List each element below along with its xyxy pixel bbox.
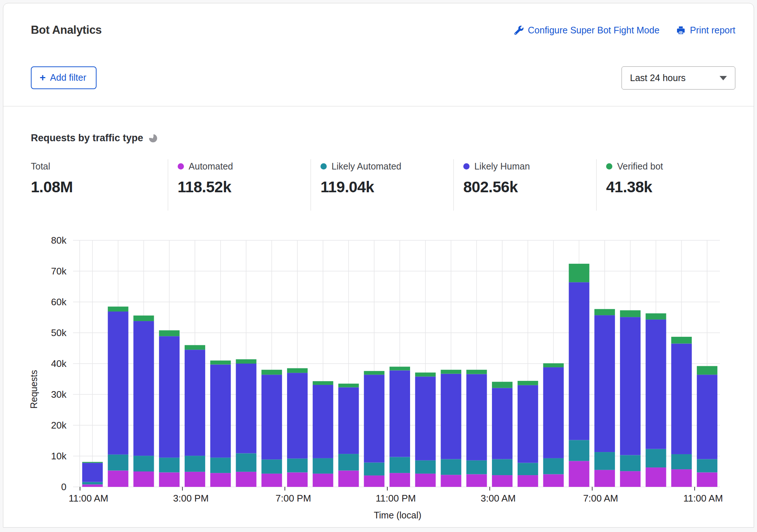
bar-19-likely-human[interactable] bbox=[569, 282, 589, 440]
bar-21-verified-bot[interactable] bbox=[620, 310, 641, 317]
bar-14-likely-human[interactable] bbox=[441, 374, 461, 459]
bar-6-automated[interactable] bbox=[236, 472, 256, 487]
bar-8-automated[interactable] bbox=[287, 473, 308, 487]
bar-0-likely-human[interactable] bbox=[82, 463, 103, 482]
bar-2-automated[interactable] bbox=[133, 471, 154, 487]
bar-12-verified-bot[interactable] bbox=[390, 367, 410, 370]
bar-22-likely-human[interactable] bbox=[646, 320, 666, 449]
bar-11-verified-bot[interactable] bbox=[364, 371, 384, 375]
bar-2-likely-automated[interactable] bbox=[133, 456, 154, 471]
bar-12-likely-automated[interactable] bbox=[390, 457, 410, 473]
bar-5-verified-bot[interactable] bbox=[210, 361, 231, 365]
bar-24-likely-human[interactable] bbox=[697, 375, 717, 459]
bar-14-verified-bot[interactable] bbox=[441, 370, 461, 374]
bar-4-likely-human[interactable] bbox=[185, 350, 205, 456]
bar-11-likely-automated[interactable] bbox=[364, 463, 384, 475]
bar-7-verified-bot[interactable] bbox=[261, 370, 282, 375]
bar-3-likely-automated[interactable] bbox=[159, 458, 180, 472]
bar-19-verified-bot[interactable] bbox=[569, 264, 589, 282]
bar-15-automated[interactable] bbox=[466, 474, 487, 487]
bar-15-verified-bot[interactable] bbox=[466, 370, 487, 374]
bar-16-likely-automated[interactable] bbox=[492, 459, 512, 475]
bar-9-likely-human[interactable] bbox=[313, 385, 333, 458]
bar-3-likely-human[interactable] bbox=[159, 336, 180, 458]
bar-17-likely-human[interactable] bbox=[518, 385, 538, 463]
bar-6-verified-bot[interactable] bbox=[236, 359, 256, 364]
bar-18-likely-automated[interactable] bbox=[543, 458, 564, 474]
time-range-dropdown[interactable]: Last 24 hours bbox=[622, 66, 735, 90]
bar-10-likely-human[interactable] bbox=[338, 387, 359, 454]
bar-18-automated[interactable] bbox=[543, 474, 564, 487]
bar-19-likely-automated[interactable] bbox=[569, 440, 589, 461]
bar-9-likely-automated[interactable] bbox=[313, 458, 333, 474]
bar-4-automated[interactable] bbox=[185, 472, 205, 487]
bar-20-verified-bot[interactable] bbox=[594, 309, 615, 315]
bar-1-likely-automated[interactable] bbox=[108, 455, 128, 471]
bar-7-likely-automated[interactable] bbox=[261, 459, 282, 474]
bar-20-likely-human[interactable] bbox=[594, 315, 615, 452]
bar-3-verified-bot[interactable] bbox=[159, 330, 180, 336]
bar-16-likely-human[interactable] bbox=[492, 388, 512, 459]
bar-1-automated[interactable] bbox=[108, 470, 128, 487]
bar-13-automated[interactable] bbox=[415, 474, 436, 487]
bar-10-verified-bot[interactable] bbox=[338, 384, 359, 387]
bar-13-verified-bot[interactable] bbox=[415, 372, 436, 376]
bar-17-automated[interactable] bbox=[518, 475, 538, 487]
bar-14-likely-automated[interactable] bbox=[441, 459, 461, 475]
bar-2-verified-bot[interactable] bbox=[133, 316, 154, 321]
bar-21-likely-human[interactable] bbox=[620, 317, 641, 455]
bar-16-automated[interactable] bbox=[492, 475, 512, 487]
bar-12-automated[interactable] bbox=[390, 473, 410, 487]
bar-10-likely-automated[interactable] bbox=[338, 454, 359, 470]
bar-4-likely-automated[interactable] bbox=[185, 456, 205, 472]
bar-17-likely-automated[interactable] bbox=[518, 463, 538, 475]
bar-5-likely-human[interactable] bbox=[210, 365, 231, 458]
bar-22-verified-bot[interactable] bbox=[646, 313, 666, 320]
bar-24-automated[interactable] bbox=[697, 473, 717, 487]
bar-11-automated[interactable] bbox=[364, 475, 384, 487]
bar-20-automated[interactable] bbox=[594, 470, 615, 487]
bar-21-likely-automated[interactable] bbox=[620, 455, 641, 471]
bar-21-automated[interactable] bbox=[620, 471, 641, 487]
bar-11-likely-human[interactable] bbox=[364, 375, 384, 462]
bar-19-automated[interactable] bbox=[569, 461, 589, 487]
bar-12-likely-human[interactable] bbox=[390, 370, 410, 457]
bar-7-automated[interactable] bbox=[261, 474, 282, 487]
bar-1-likely-human[interactable] bbox=[108, 311, 128, 455]
bar-7-likely-human[interactable] bbox=[261, 375, 282, 459]
bar-13-likely-automated[interactable] bbox=[415, 460, 436, 474]
bar-20-likely-automated[interactable] bbox=[594, 452, 615, 470]
bar-23-likely-human[interactable] bbox=[671, 343, 692, 454]
bar-22-automated[interactable] bbox=[646, 467, 666, 487]
bar-3-automated[interactable] bbox=[159, 473, 180, 487]
bar-6-likely-automated[interactable] bbox=[236, 453, 256, 471]
bar-6-likely-human[interactable] bbox=[236, 364, 256, 453]
bar-9-automated[interactable] bbox=[313, 474, 333, 487]
bar-8-verified-bot[interactable] bbox=[287, 368, 308, 373]
bar-4-verified-bot[interactable] bbox=[185, 345, 205, 350]
bar-1-verified-bot[interactable] bbox=[108, 307, 128, 311]
bar-0-verified-bot[interactable] bbox=[82, 462, 103, 463]
bar-10-automated[interactable] bbox=[338, 470, 359, 487]
bar-18-likely-human[interactable] bbox=[543, 367, 564, 458]
bar-23-automated[interactable] bbox=[671, 469, 692, 487]
bar-24-likely-automated[interactable] bbox=[697, 459, 717, 472]
bar-17-verified-bot[interactable] bbox=[518, 381, 538, 385]
bar-9-verified-bot[interactable] bbox=[313, 381, 333, 385]
print-report-link[interactable]: Print report bbox=[676, 25, 735, 36]
configure-super-bot-fight-mode-link[interactable]: Configure Super Bot Fight Mode bbox=[514, 25, 660, 36]
bar-5-automated[interactable] bbox=[210, 473, 231, 487]
bar-8-likely-human[interactable] bbox=[287, 373, 308, 459]
bar-15-likely-automated[interactable] bbox=[466, 460, 487, 474]
bar-16-verified-bot[interactable] bbox=[492, 382, 512, 388]
add-filter-button[interactable]: + Add filter bbox=[31, 66, 97, 89]
bar-2-likely-human[interactable] bbox=[133, 321, 154, 456]
bar-0-likely-automated[interactable] bbox=[82, 482, 103, 485]
bar-0-automated[interactable] bbox=[82, 484, 103, 487]
bar-13-likely-human[interactable] bbox=[415, 376, 436, 460]
bar-5-likely-automated[interactable] bbox=[210, 458, 231, 473]
bar-8-likely-automated[interactable] bbox=[287, 459, 308, 473]
bar-24-verified-bot[interactable] bbox=[697, 366, 717, 375]
bar-14-automated[interactable] bbox=[441, 475, 461, 487]
bar-23-verified-bot[interactable] bbox=[671, 337, 692, 343]
